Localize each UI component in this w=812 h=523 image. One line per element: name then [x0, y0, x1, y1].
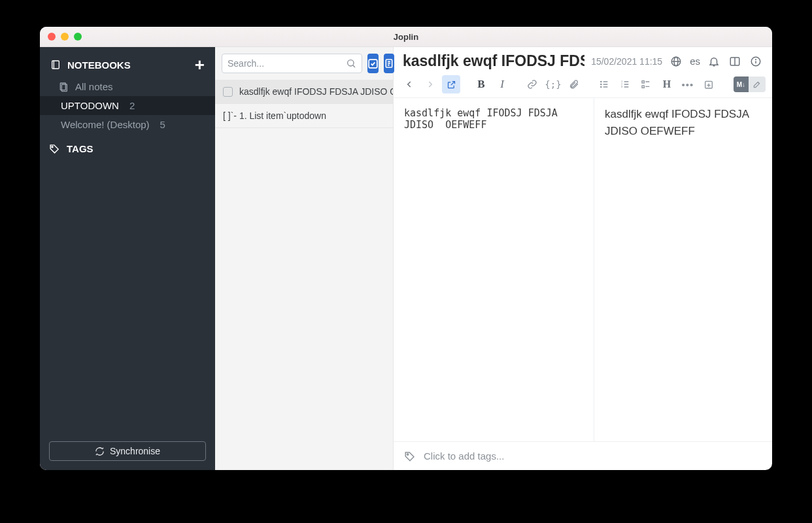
sidebar-all-notes[interactable]: All notes [40, 77, 215, 96]
insert-date-button[interactable] [700, 75, 718, 93]
tag-icon [404, 450, 416, 462]
nav-back-button[interactable] [400, 75, 418, 93]
toggle-layout-button[interactable] [728, 54, 742, 69]
notebooks-header[interactable]: NOTEBOOKS + [40, 52, 215, 77]
minimize-window-button[interactable] [61, 33, 69, 41]
chevron-left-icon [405, 80, 414, 89]
note-icon [384, 58, 394, 69]
search-icon [346, 58, 356, 69]
notes-icon [58, 82, 69, 92]
notebook-count: 2 [129, 100, 135, 111]
svg-point-4 [52, 146, 53, 148]
info-icon [750, 56, 762, 67]
todo-checkbox[interactable] [223, 87, 233, 97]
svg-point-22 [601, 86, 601, 87]
editor-body: kasdlfjk ewqf IFODSJ FDSJA JDISO OEFWEFF… [394, 98, 772, 441]
svg-rect-0 [52, 61, 59, 69]
note-title[interactable]: kasdlfjk ewqf IFODSJ FDSJA J [403, 52, 584, 70]
svg-rect-33 [642, 86, 644, 88]
tag-icon [49, 143, 60, 154]
info-button[interactable] [749, 54, 763, 69]
tags-label: TAGS [67, 143, 93, 154]
attachment-icon [569, 79, 579, 90]
svg-point-5 [348, 60, 354, 66]
sidebar-notebook-uptodown[interactable]: UPTODOWN 2 [40, 96, 215, 115]
window-title: Joplin [394, 32, 418, 42]
richtext-toggle[interactable] [749, 76, 766, 92]
notebook-count: 5 [160, 119, 165, 130]
tags-header[interactable]: TAGS [40, 134, 215, 158]
sync-button[interactable]: Synchronise [49, 441, 206, 461]
numbered-list-icon: 123 [620, 79, 630, 90]
editor-preview: kasdlfjk ewqf IFODSJ FDSJA JDISO OEFWEFF [594, 98, 772, 441]
checkbox-list-button[interactable] [637, 75, 655, 93]
code-button[interactable]: {;} [544, 75, 562, 93]
new-todo-button[interactable] [367, 54, 379, 73]
editor-source[interactable]: kasdlfjk ewqf IFODSJ FDSJA JDISO OEFWEFF [394, 98, 594, 441]
chevron-right-icon [426, 80, 435, 89]
search-input[interactable] [228, 58, 342, 69]
svg-point-21 [601, 84, 601, 84]
search-box[interactable] [222, 54, 362, 73]
nav-forward-button[interactable] [421, 75, 439, 93]
external-link-icon [447, 80, 456, 90]
bell-icon [708, 56, 720, 67]
app-body: NOTEBOOKS + All notes UPTODOWN 2 Welcome… [40, 47, 772, 470]
svg-point-20 [601, 81, 601, 82]
tags-bar[interactable]: Click to add tags... [394, 441, 772, 470]
editor-toolbar: B I {;} 123 H [394, 73, 772, 98]
edit-icon [753, 80, 762, 89]
editor-panel: kasdlfjk ewqf IFODSJ FDSJA J 15/02/2021 … [394, 47, 772, 470]
italic-button[interactable]: I [493, 75, 511, 93]
bullet-list-button[interactable] [595, 75, 613, 93]
editor-header: kasdlfjk ewqf IFODSJ FDSJA J 15/02/2021 … [394, 47, 772, 73]
attach-button[interactable] [565, 75, 583, 93]
titlebar: Joplin [40, 27, 772, 47]
bullet-list-icon [599, 79, 609, 90]
svg-text:3: 3 [621, 85, 623, 88]
notebook-label: Welcome! (Desktop) [61, 119, 150, 130]
globe-icon [670, 56, 682, 67]
note-list-item[interactable]: kasdlfjk ewqf IFODSJ FDSJA JDISO OE [215, 80, 393, 104]
notebook-icon [50, 59, 61, 70]
tags-placeholder: Click to add tags... [424, 450, 504, 462]
spellcheck-button[interactable] [669, 54, 683, 69]
numbered-list-button[interactable]: 123 [616, 75, 634, 93]
notebooks-label: NOTEBOOKS [67, 59, 131, 71]
app-window: Joplin NOTEBOOKS + All notes UPTODOWN 2 [40, 27, 772, 470]
svg-point-39 [407, 453, 409, 454]
checkbox-icon [367, 58, 379, 69]
hr-button[interactable]: ••• [679, 75, 697, 93]
bold-button[interactable]: B [472, 75, 490, 93]
new-note-button[interactable] [384, 54, 394, 73]
svg-line-6 [353, 65, 355, 67]
close-window-button[interactable] [48, 33, 56, 41]
note-list-item-title: kasdlfjk ewqf IFODSJ FDSJA JDISO OE [239, 86, 393, 97]
svg-rect-32 [642, 81, 644, 83]
note-list-item-title: [ ]`- 1. List item`uptodown [223, 110, 326, 121]
note-date: 15/02/2021 11:15 [591, 56, 662, 67]
note-list-toolbar [215, 47, 393, 80]
link-icon [527, 79, 537, 90]
svg-point-19 [756, 59, 756, 59]
note-list-item[interactable]: [ ]`- 1. List item`uptodown [215, 104, 393, 128]
heading-button[interactable]: H [658, 75, 676, 93]
calendar-plus-icon [703, 79, 714, 90]
link-button[interactable] [523, 75, 541, 93]
checkbox-list-icon [641, 79, 651, 90]
all-notes-label: All notes [75, 81, 113, 92]
sync-icon [95, 447, 105, 456]
add-notebook-button[interactable]: + [195, 56, 205, 73]
sync-label: Synchronise [110, 446, 160, 456]
notebook-label: UPTODOWN [61, 100, 119, 111]
markdown-toggle[interactable]: M↓ [734, 76, 749, 92]
sidebar: NOTEBOOKS + All notes UPTODOWN 2 Welcome… [40, 47, 215, 470]
note-list-panel: kasdlfjk ewqf IFODSJ FDSJA JDISO OE [ ]`… [215, 47, 394, 470]
maximize-window-button[interactable] [74, 33, 82, 41]
layout-icon [729, 56, 741, 67]
window-controls [48, 33, 82, 41]
alarm-button[interactable] [707, 54, 721, 69]
language-label: es [690, 56, 700, 67]
external-edit-button[interactable] [442, 75, 460, 93]
sidebar-notebook-welcome[interactable]: Welcome! (Desktop) 5 [40, 115, 215, 134]
